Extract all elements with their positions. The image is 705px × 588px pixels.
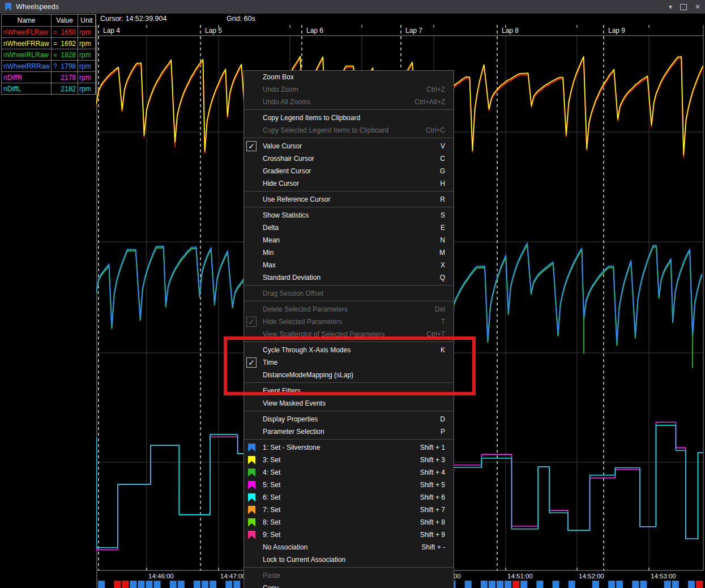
menu-separator [244, 284, 454, 287]
menu-item-display-properties[interactable]: Display PropertiesD [244, 413, 454, 425]
session-marker-blue[interactable] [202, 581, 208, 588]
legend-header-unit: Unit [78, 15, 95, 26]
legend-param-name: nDiffL [2, 83, 51, 94]
menu-item-label: 8: Set [263, 518, 420, 526]
session-marker-red[interactable] [696, 581, 703, 588]
menu-item-crosshair-cursor[interactable]: Crosshair CursorC [244, 152, 454, 165]
menu-item-shortcut: E [441, 224, 454, 232]
menu-item-lock-to-current-association[interactable]: Lock to Current Association [244, 553, 454, 566]
menu-item-3-set[interactable]: 3: SetShift + 3 [244, 454, 454, 466]
menu-item-value-cursor[interactable]: ✓Value CursorV [244, 140, 454, 152]
title-bar: Wheelspeeds ▾ ✕ [0, 0, 705, 14]
session-marker-blue[interactable] [489, 581, 495, 588]
menu-item-8-set[interactable]: 8: SetShift + 8 [244, 516, 454, 529]
legend-param-unit: rpm [78, 38, 95, 49]
session-marker-blue[interactable] [225, 581, 232, 588]
legend-param-value: =1828 [52, 49, 78, 60]
menu-item-label: Mean [263, 236, 440, 244]
menu-item-label: Drag Session Offset [263, 289, 445, 297]
menu-item-shortcut: T [441, 318, 454, 326]
menu-item-undo-zoom: Undo ZoomCtrl+Z [244, 83, 454, 96]
set-flag-icon [248, 444, 255, 452]
session-marker-blue[interactable] [194, 581, 200, 588]
menu-item-label: 9: Set [263, 531, 420, 539]
session-marker-blue[interactable] [178, 581, 185, 588]
menu-item-1-set-silverstone[interactable]: 1: Set - SilverstoneShift + 1 [244, 441, 454, 454]
menu-item-label: Lock to Current Association [263, 556, 445, 564]
menu-item-shortcut: S [441, 211, 454, 219]
session-marker-red[interactable] [114, 581, 121, 588]
session-marker-blue[interactable] [672, 581, 679, 588]
legend-param-name: nDiffR [2, 72, 51, 83]
session-marker-blue[interactable] [170, 581, 177, 588]
menu-item-gutter [244, 531, 263, 539]
menu-item-shortcut: M [439, 249, 454, 257]
session-marker-blue[interactable] [465, 581, 472, 588]
legend-param-name: nWheelFRRaw [2, 38, 51, 49]
menu-item-gutter: ✓ [244, 317, 263, 327]
session-marker-blue[interactable] [640, 581, 647, 588]
menu-item-gradient-cursor[interactable]: Gradient CursorG [244, 165, 454, 177]
session-marker-blue[interactable] [210, 581, 216, 588]
session-marker-blue[interactable] [592, 581, 599, 588]
menu-item-view-masked-events[interactable]: View Masked Events [244, 397, 454, 410]
session-marker-red[interactable] [122, 581, 129, 588]
session-marker-blue[interactable] [536, 581, 543, 588]
menu-item-shortcut: G [440, 167, 454, 175]
menu-item-label: Parameter Selection [263, 428, 441, 436]
window-menu-arrow-icon[interactable]: ▾ [669, 0, 672, 14]
menu-item-label: Use Reference Cursor [263, 195, 440, 203]
menu-item-use-reference-cursor[interactable]: Use Reference CursorR [244, 193, 454, 206]
menu-item-9-set[interactable]: 9: SetShift + 9 [244, 529, 454, 541]
menu-item-mean[interactable]: MeanN [244, 234, 454, 246]
set-flag-icon [248, 506, 255, 514]
menu-item-max[interactable]: MaxX [244, 259, 454, 271]
session-marker-blue[interactable] [569, 581, 575, 588]
menu-item-no-association[interactable]: No AssociationShift + - [244, 541, 454, 553]
session-marker-red[interactable] [512, 581, 519, 588]
menu-item-shortcut: P [441, 428, 454, 436]
menu-item-shortcut: Shift + 8 [420, 518, 454, 526]
set-flag-icon [248, 493, 255, 502]
session-marker-blue[interactable] [608, 581, 615, 588]
menu-item-delete-selected-parameters: Delete Selected ParametersDel [244, 303, 454, 316]
menu-item-label: 4: Set [263, 468, 420, 476]
close-icon[interactable]: ✕ [695, 0, 700, 14]
session-marker-blue[interactable] [553, 581, 559, 588]
menu-item-5-set[interactable]: 5: SetShift + 5 [244, 479, 454, 491]
menu-item-7-set[interactable]: 7: SetShift + 7 [244, 504, 454, 516]
session-marker-blue[interactable] [154, 581, 161, 588]
session-marker-blue[interactable] [497, 581, 503, 588]
legend-param-value: =1650 [52, 27, 78, 37]
session-marker-blue[interactable] [233, 581, 240, 588]
wheelspeeds-window: { "window": { "title": "Wheelspeeds", "i… [0, 0, 705, 588]
menu-item-copy[interactable]: Copy [244, 582, 454, 588]
menu-item-6-set[interactable]: 6: SetShift + 6 [244, 491, 454, 504]
session-marker-blue[interactable] [130, 581, 136, 588]
session-marker-blue[interactable] [616, 581, 623, 588]
menu-item-standard-deviation[interactable]: Standard DeviationQ [244, 271, 454, 284]
session-marker-blue[interactable] [632, 581, 639, 588]
menu-item-parameter-selection[interactable]: Parameter SelectionP [244, 425, 454, 438]
maximize-icon[interactable] [680, 4, 687, 10]
menu-item-label: Gradient Cursor [263, 167, 440, 175]
session-marker-blue[interactable] [138, 581, 144, 588]
legend-param-unit: rpm [78, 83, 95, 94]
menu-item-4-set[interactable]: 4: SetShift + 4 [244, 466, 454, 479]
menu-item-zoom-box[interactable]: Zoom Box [244, 71, 454, 83]
menu-item-hide-cursor[interactable]: Hide CursorH [244, 177, 454, 190]
session-marker-blue[interactable] [505, 581, 511, 588]
session-marker-blue[interactable] [520, 581, 527, 588]
session-marker-blue[interactable] [481, 581, 488, 588]
menu-item-shortcut: V [441, 142, 454, 150]
session-marker-blue[interactable] [664, 581, 671, 588]
menu-separator [244, 410, 454, 413]
menu-item-delta[interactable]: DeltaE [244, 221, 454, 234]
menu-item-min[interactable]: MinM [244, 246, 454, 259]
menu-item-show-statistics[interactable]: Show StatisticsS [244, 209, 454, 221]
menu-item-copy-legend-items-to-clipboard[interactable]: Copy Legend Items to Clipboard [244, 112, 454, 124]
session-marker-blue[interactable] [146, 581, 152, 588]
menu-item-shortcut: D [440, 415, 454, 423]
session-marker-blue[interactable] [98, 581, 105, 588]
session-marker-blue[interactable] [688, 581, 695, 588]
